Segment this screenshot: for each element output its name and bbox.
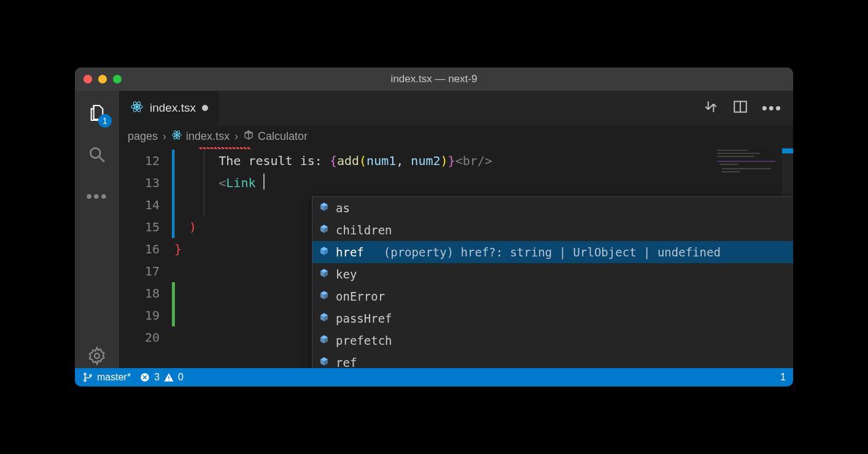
status-bar: master* 3 0 1 bbox=[75, 368, 793, 387]
line-number-gutter: 12 13 14 15 16 17 18 19 20 bbox=[119, 147, 174, 368]
suggestion-item[interactable]: passHref bbox=[312, 307, 793, 329]
breadcrumb-folder[interactable]: pages bbox=[128, 130, 158, 143]
editor-window: index.tsx — next-9 1 ••• bbox=[75, 67, 793, 387]
tab-bar: index.tsx bbox=[119, 91, 793, 125]
editor-actions: ••• bbox=[703, 91, 793, 125]
field-icon bbox=[319, 219, 330, 241]
compare-changes-button[interactable] bbox=[703, 99, 719, 117]
split-editor-button[interactable] bbox=[732, 99, 748, 117]
code-editor[interactable]: 12 13 14 15 16 17 18 19 20 The result is bbox=[119, 147, 793, 368]
close-window-button[interactable] bbox=[83, 75, 92, 83]
git-branch-icon bbox=[82, 372, 93, 383]
svg-point-13 bbox=[84, 373, 86, 375]
search-icon bbox=[87, 145, 107, 164]
traffic-lights bbox=[75, 75, 122, 83]
react-file-icon bbox=[171, 129, 182, 144]
symbol-icon bbox=[243, 129, 254, 144]
tab-index-tsx[interactable]: index.tsx bbox=[119, 91, 219, 125]
search-activity-button[interactable] bbox=[85, 142, 109, 167]
status-right-value[interactable]: 1 bbox=[780, 372, 786, 383]
more-activity-button[interactable]: ••• bbox=[85, 184, 109, 209]
svg-point-15 bbox=[90, 375, 91, 377]
code-content[interactable]: The result is: {add(num1, num2)}<br/> <L… bbox=[174, 147, 713, 368]
svg-point-0 bbox=[90, 148, 100, 158]
field-icon bbox=[319, 307, 330, 329]
intellisense-popup[interactable]: as children href (property) href?: strin… bbox=[312, 196, 793, 368]
field-icon bbox=[319, 197, 330, 219]
field-icon bbox=[319, 352, 330, 368]
error-icon bbox=[139, 372, 150, 383]
gear-icon bbox=[87, 346, 107, 366]
warning-icon bbox=[163, 372, 174, 383]
error-squiggle bbox=[199, 147, 250, 149]
suggestion-item[interactable]: prefetch bbox=[312, 329, 793, 352]
breadcrumb[interactable]: pages › index.tsx › bbox=[119, 125, 793, 147]
svg-point-2 bbox=[95, 353, 99, 358]
titlebar: index.tsx — next-9 bbox=[75, 67, 793, 91]
window-title: index.tsx — next-9 bbox=[75, 73, 793, 85]
activity-bar: 1 ••• bbox=[75, 91, 119, 368]
suggestion-item-selected[interactable]: href (property) href?: string | UrlObjec… bbox=[312, 241, 793, 263]
suggestion-item[interactable]: children bbox=[312, 219, 793, 241]
svg-point-9 bbox=[176, 134, 178, 136]
code-line[interactable]: The result is: {add(num1, num2)}<br/> bbox=[174, 150, 713, 172]
field-icon bbox=[319, 263, 330, 285]
compare-icon bbox=[703, 99, 719, 115]
code-line[interactable]: <Link bbox=[174, 172, 713, 194]
editor-area: index.tsx bbox=[119, 91, 793, 368]
svg-point-3 bbox=[136, 106, 138, 108]
field-icon bbox=[319, 329, 330, 352]
svg-point-14 bbox=[84, 380, 86, 382]
more-editor-actions-button[interactable]: ••• bbox=[762, 99, 782, 118]
react-file-icon bbox=[130, 100, 144, 117]
explorer-badge: 1 bbox=[98, 114, 112, 128]
suggestion-item[interactable]: as bbox=[312, 197, 793, 219]
suggestion-item[interactable]: ref bbox=[312, 352, 793, 368]
breadcrumb-symbol[interactable]: Calculator bbox=[243, 129, 308, 144]
suggestion-item[interactable]: onError bbox=[312, 285, 793, 307]
minimize-window-button[interactable] bbox=[98, 75, 107, 83]
svg-point-20 bbox=[168, 380, 169, 381]
chevron-right-icon: › bbox=[234, 130, 238, 143]
problems-status[interactable]: 3 0 bbox=[139, 372, 184, 383]
dirty-indicator-icon bbox=[202, 105, 208, 111]
breadcrumb-file[interactable]: index.tsx bbox=[171, 129, 230, 144]
chevron-right-icon: › bbox=[163, 130, 166, 143]
git-branch-status[interactable]: master* bbox=[82, 372, 131, 383]
suggestion-item[interactable]: key bbox=[312, 263, 793, 285]
tab-label: index.tsx bbox=[150, 101, 196, 115]
field-icon bbox=[319, 285, 330, 307]
settings-activity-button[interactable] bbox=[85, 344, 109, 368]
text-cursor bbox=[263, 174, 265, 190]
explorer-activity-button[interactable]: 1 bbox=[85, 101, 109, 125]
maximize-window-button[interactable] bbox=[113, 75, 122, 83]
split-editor-icon bbox=[732, 99, 748, 115]
svg-line-1 bbox=[99, 157, 104, 162]
field-icon bbox=[319, 241, 330, 263]
